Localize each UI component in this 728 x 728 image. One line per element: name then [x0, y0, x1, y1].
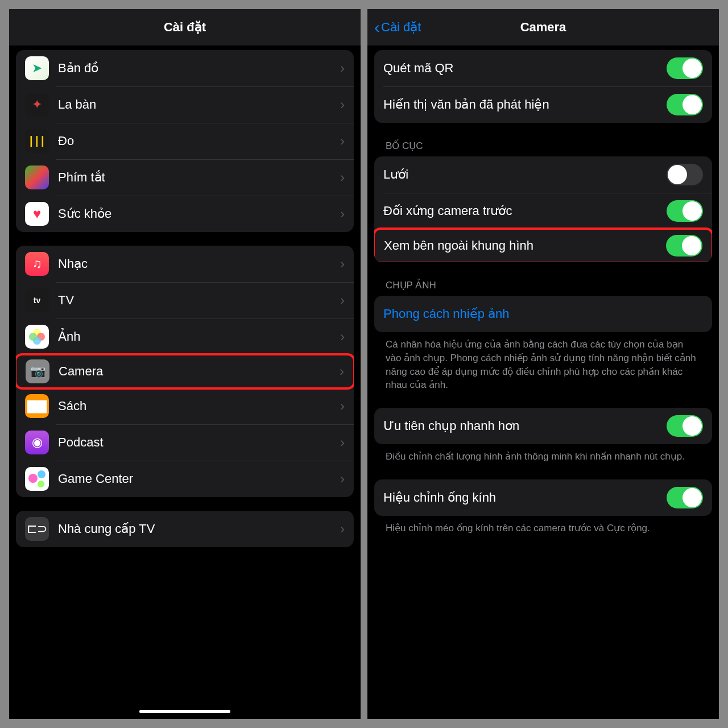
row-label: TV — [58, 293, 340, 308]
left-content: ➤ Bản đồ › ✦ La bàn › ┃┃┃ Đo › Phím tắt … — [9, 46, 361, 547]
camera-group-faster: Ưu tiên chụp nhanh hơn — [374, 408, 712, 444]
music-icon: ♫ — [25, 252, 49, 276]
row-measure[interactable]: ┃┃┃ Đo › — [16, 123, 354, 159]
page-title: Cài đặt — [164, 20, 206, 35]
row-label: Đối xứng camera trước — [383, 204, 667, 218]
row-label: Nhạc — [58, 257, 340, 271]
maps-icon: ➤ — [25, 56, 49, 80]
right-content: Quét mã QR Hiển thị văn bản đã phát hiện… — [367, 46, 719, 537]
row-gamecenter[interactable]: Game Center › — [16, 461, 354, 497]
row-label: La bàn — [58, 97, 340, 112]
chevron-right-icon: › — [340, 521, 345, 537]
books-icon: ▇▇ — [25, 394, 49, 418]
row-label: Bản đồ — [58, 61, 340, 76]
row-podcast[interactable]: ◉ Podcast › — [16, 424, 354, 461]
right-header: ‹ Cài đặt Camera — [367, 9, 719, 46]
chevron-right-icon: › — [340, 169, 345, 185]
chevron-right-icon: › — [340, 133, 345, 149]
row-faster-capture[interactable]: Ưu tiên chụp nhanh hơn — [374, 408, 712, 444]
row-label: Podcast — [58, 435, 340, 450]
styles-description: Cá nhân hóa hiệu ứng của ảnh bằng cách đ… — [374, 332, 712, 394]
chevron-right-icon: › — [340, 60, 345, 76]
row-label: Sức khỏe — [58, 206, 340, 221]
row-grid[interactable]: Lưới — [374, 156, 712, 193]
toggle-faster-capture[interactable] — [667, 415, 703, 437]
row-label: Hiệu chỉnh ống kính — [383, 490, 667, 505]
compass-icon: ✦ — [25, 93, 49, 117]
row-detected-text[interactable]: Hiển thị văn bản đã phát hiện — [374, 86, 712, 123]
highlight-view-outside-frame: Xem bên ngoài khung hình — [374, 228, 712, 262]
lens-description: Hiệu chỉnh méo ống kính trên các camera … — [374, 516, 712, 537]
shortcuts-icon — [25, 166, 49, 189]
settings-group-1: ➤ Bản đồ › ✦ La bàn › ┃┃┃ Đo › Phím tắt … — [16, 50, 354, 232]
chevron-right-icon: › — [340, 398, 345, 414]
row-label: Xem bên ngoài khung hình — [384, 238, 666, 253]
row-compass[interactable]: ✦ La bàn › — [16, 86, 354, 123]
podcast-icon: ◉ — [25, 431, 49, 454]
chevron-right-icon: › — [340, 363, 344, 379]
row-label: Phím tắt — [58, 170, 340, 185]
back-button[interactable]: ‹ Cài đặt — [374, 18, 421, 37]
row-shortcuts[interactable]: Phím tắt › — [16, 159, 354, 196]
row-health[interactable]: ♥ Sức khỏe › — [16, 196, 354, 232]
chevron-right-icon: › — [340, 97, 345, 113]
row-photos[interactable]: Ảnh › — [16, 318, 354, 355]
measure-icon: ┃┃┃ — [25, 129, 49, 153]
section-layout: BỐ CỤC — [374, 123, 712, 156]
tvprovider-icon: ⊏⊃ — [25, 517, 49, 541]
camera-settings-panel: ‹ Cài đặt Camera Quét mã QR Hiển thị văn… — [367, 9, 719, 719]
back-label: Cài đặt — [381, 20, 421, 35]
health-icon: ♥ — [25, 202, 49, 226]
photos-icon — [25, 325, 49, 349]
chevron-right-icon: › — [340, 292, 345, 308]
row-view-outside-frame[interactable]: Xem bên ngoài khung hình — [375, 230, 712, 262]
toggle-lens-correction[interactable] — [667, 487, 703, 508]
gamecenter-icon — [25, 467, 49, 491]
row-tvprovider[interactable]: ⊏⊃ Nhà cung cấp TV › — [16, 511, 354, 547]
row-label: Camera — [59, 364, 340, 379]
row-label: Quét mã QR — [383, 61, 667, 76]
toggle-grid[interactable] — [667, 164, 703, 185]
camera-group-layout: Lưới Đối xứng camera trước Xem bên ngoài… — [374, 156, 712, 262]
row-label: Hiển thị văn bản đã phát hiện — [383, 97, 667, 112]
row-label: Ảnh — [58, 329, 340, 344]
chevron-right-icon: › — [340, 471, 345, 487]
row-camera[interactable]: 📷 Camera › — [16, 355, 353, 387]
settings-group-3: ⊏⊃ Nhà cung cấp TV › — [16, 511, 354, 547]
row-lens-correction[interactable]: Hiệu chỉnh ống kính — [374, 479, 712, 516]
row-tv[interactable]: tv TV › — [16, 282, 354, 318]
row-label: Nhà cung cấp TV — [58, 522, 340, 536]
row-music[interactable]: ♫ Nhạc › — [16, 246, 354, 282]
camera-group-styles: Phong cách nhiếp ảnh — [374, 296, 712, 332]
row-photo-styles[interactable]: Phong cách nhiếp ảnh — [374, 296, 712, 332]
camera-group-scan: Quét mã QR Hiển thị văn bản đã phát hiện — [374, 50, 712, 123]
row-label: Phong cách nhiếp ảnh — [383, 307, 703, 321]
chevron-right-icon: › — [340, 206, 345, 222]
home-indicator[interactable] — [139, 710, 230, 713]
settings-panel: Cài đặt ➤ Bản đồ › ✦ La bàn › ┃┃┃ Đo › P… — [9, 9, 361, 719]
camera-group-lens: Hiệu chỉnh ống kính — [374, 479, 712, 516]
camera-icon: 📷 — [26, 359, 49, 383]
chevron-right-icon: › — [340, 329, 345, 345]
chevron-right-icon: › — [340, 435, 345, 450]
row-books[interactable]: ▇▇ Sách › — [16, 388, 354, 424]
row-qr[interactable]: Quét mã QR — [374, 50, 712, 86]
row-mirror-front[interactable]: Đối xứng camera trước — [374, 193, 712, 229]
toggle-view-outside-frame[interactable] — [666, 235, 702, 257]
left-header: Cài đặt — [9, 9, 361, 46]
toggle-detected-text[interactable] — [667, 94, 703, 115]
toggle-qr[interactable] — [667, 57, 703, 79]
row-label: Ưu tiên chụp nhanh hơn — [383, 419, 667, 433]
row-label: Đo — [58, 134, 340, 148]
row-maps[interactable]: ➤ Bản đồ › — [16, 50, 354, 86]
toggle-mirror-front[interactable] — [667, 200, 703, 222]
page-title: Camera — [520, 20, 566, 35]
section-capture: CHỤP ẢNH — [374, 262, 712, 296]
chevron-left-icon: ‹ — [374, 18, 380, 37]
settings-group-2: ♫ Nhạc › tv TV › Ảnh › — [16, 246, 354, 497]
tv-icon: tv — [25, 288, 49, 312]
row-label: Lưới — [383, 167, 667, 182]
highlight-camera: 📷 Camera › — [16, 353, 354, 390]
row-label: Game Center — [58, 471, 340, 486]
faster-description: Điều chỉnh chất lượng hình ảnh thông min… — [374, 444, 712, 466]
